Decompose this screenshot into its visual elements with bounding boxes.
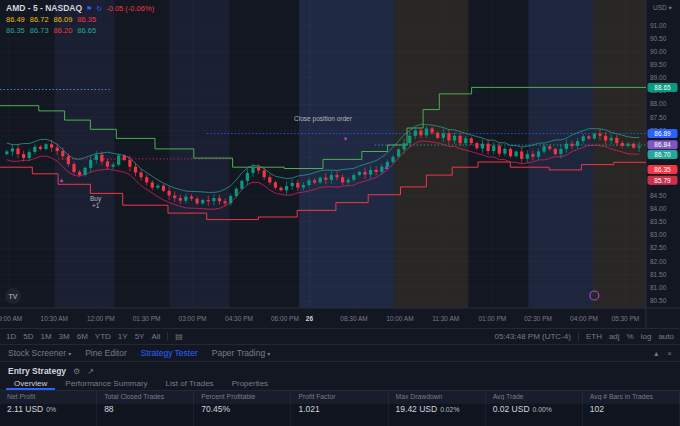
panel-close-icon[interactable]: × (667, 349, 672, 358)
timeframe-1m[interactable]: 1M (40, 332, 51, 341)
candle (173, 196, 176, 199)
stat-amount: 102 (590, 404, 604, 414)
strategy-tab-performance-summary[interactable]: Performance Summary (57, 378, 155, 390)
candle (319, 178, 322, 183)
candle (335, 175, 338, 177)
candle (145, 177, 148, 182)
toggle-log[interactable]: log (641, 332, 652, 341)
clock[interactable]: 05:43:48 PM (UTC-4) (494, 332, 570, 341)
panel-tab-pine-editor[interactable]: Pine Editor (85, 348, 127, 358)
timeframe-1d[interactable]: 1D (6, 332, 16, 341)
candle (156, 186, 159, 188)
price-tick: 83.50 (650, 218, 667, 225)
candle (419, 131, 422, 136)
candle (543, 146, 546, 151)
strategy-stats: Net Profit2.11 USD0%Total Closed Trades8… (0, 391, 680, 426)
currency-selector[interactable]: USD ▾ (653, 4, 673, 11)
candle (246, 173, 249, 181)
time-tick: 10:00 AM (386, 315, 413, 322)
candle (604, 136, 607, 141)
time-tick: 01:00 PM (478, 315, 506, 322)
candle (375, 170, 378, 172)
trade-marker[interactable]: ▲ (58, 177, 64, 183)
candle (576, 141, 579, 146)
candle (453, 136, 456, 141)
candle (548, 146, 551, 149)
panel-tab-paper-trading[interactable]: Paper Trading▾ (212, 348, 270, 358)
price-tick: 89.50 (650, 61, 667, 68)
stat-profit-factor: Profit Factor1.021 (291, 391, 388, 426)
timeframe-1y[interactable]: 1Y (118, 332, 128, 341)
candle (526, 154, 529, 159)
panel-tab-strategy-tester[interactable]: Strategy Tester (141, 348, 198, 358)
candle (100, 155, 103, 162)
timeframe-5d[interactable]: 5D (23, 332, 33, 341)
toggle-auto[interactable]: auto (658, 332, 674, 341)
candle (621, 143, 624, 146)
bottom-toolbar: 1D5D1M3M6MYTD1Y5YAll▤ 05:43:48 PM (UTC-4… (0, 328, 680, 344)
stat-value: 1.021 (298, 404, 380, 414)
candle (626, 144, 629, 146)
panel-tab-bar: Stock Screener▾Pine EditorStrategy Teste… (0, 344, 680, 361)
timeframe-all[interactable]: All (151, 332, 160, 341)
candle (201, 200, 204, 203)
candle (16, 148, 19, 154)
candle (537, 152, 540, 157)
toggle-%[interactable]: % (627, 332, 634, 341)
candle (414, 131, 417, 136)
stat-value: 19.42 USD0.02% (396, 404, 478, 414)
strategy-tab-list-of-trades[interactable]: List of Trades (158, 378, 222, 390)
candle (28, 152, 31, 158)
trade-marker[interactable]: ▲ (383, 164, 389, 170)
candle (84, 168, 87, 175)
candle (44, 144, 47, 149)
price-chart[interactable]: 80.5081.0081.5082.0082.5083.0083.5084.00… (0, 0, 680, 328)
candle (117, 156, 120, 165)
time-tick: 04:30 PM (225, 315, 253, 322)
strategy-expand-icon[interactable]: ↗ (87, 367, 94, 376)
candle (554, 149, 557, 154)
timeframe-ytd[interactable]: YTD (95, 332, 111, 341)
time-tick: 01:30 PM (133, 315, 161, 322)
order-label[interactable]: Close position order (294, 115, 353, 123)
panel-expand-icon[interactable]: ▴ (654, 349, 658, 358)
candle (487, 144, 490, 151)
candle (358, 172, 361, 175)
time-tick: 05:30 PM (611, 315, 639, 322)
candle (593, 134, 596, 139)
svg-text:85.79: 85.79 (654, 177, 671, 184)
price-tick: 84.00 (650, 205, 667, 212)
candle (134, 167, 137, 173)
panel-tab-stock-screener[interactable]: Stock Screener▾ (8, 348, 71, 358)
strategy-tab-properties[interactable]: Properties (224, 378, 276, 390)
candle (498, 146, 501, 154)
svg-text:86.35: 86.35 (654, 166, 671, 173)
trade-marker[interactable]: ▼ (343, 136, 349, 142)
calendar-icon[interactable]: ▤ (175, 332, 183, 341)
toggle-eth[interactable]: ETH (586, 332, 602, 341)
strategy-settings-icon[interactable]: ⚙ (73, 367, 80, 376)
candle (5, 152, 8, 155)
stat-avg-trade: Avg Trade0.02 USD0.00% (486, 391, 583, 426)
timeframe-3m[interactable]: 3M (59, 332, 70, 341)
candle (352, 175, 355, 180)
time-tick: 02:30 PM (524, 315, 552, 322)
timeframe-6m[interactable]: 6M (77, 332, 88, 341)
candle (509, 149, 512, 156)
toggle-adj[interactable]: adj (609, 332, 620, 341)
candle (615, 138, 618, 143)
stat-value: 70.45% (201, 404, 283, 414)
time-tick: 09:00 AM (0, 315, 22, 322)
stat-amount: 2.11 USD (7, 404, 43, 414)
strategy-tab-overview[interactable]: Overview (6, 378, 55, 390)
price-tick: 84.50 (650, 192, 667, 199)
candle (78, 172, 81, 175)
timeframe-5y[interactable]: 5Y (135, 332, 145, 341)
candle (520, 152, 523, 159)
candle (391, 157, 394, 162)
candle (565, 144, 568, 149)
candle (229, 196, 232, 203)
candle (442, 133, 445, 138)
stat-amount: 1.021 (298, 404, 319, 414)
session-band (169, 0, 229, 308)
